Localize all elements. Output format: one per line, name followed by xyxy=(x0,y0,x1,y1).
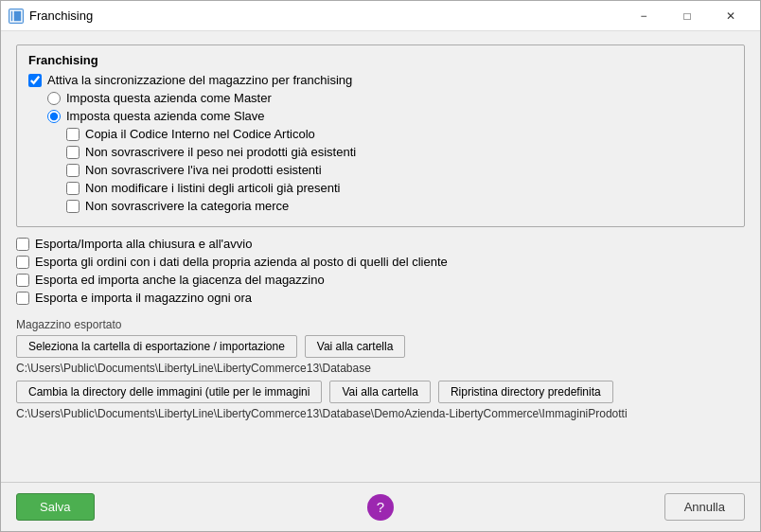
slave-label[interactable]: Imposta questa azienda come Slave xyxy=(66,109,265,123)
option-4-row: Non sovrascrivere la categoria merce xyxy=(66,199,733,213)
option-0-row: Copia il Codice Interno nel Codice Artic… xyxy=(66,127,733,141)
extra-2-label: Esporta ed importa anche la giacenza del… xyxy=(35,273,325,287)
restore-default-button[interactable]: Ripristina directory predefinita xyxy=(438,381,613,403)
image-path: C:\Users\Public\Documents\LibertyLine\Li… xyxy=(16,407,745,420)
image-buttons: Cambia la directory delle immagini (util… xyxy=(16,381,745,403)
option-1-checkbox[interactable] xyxy=(66,146,80,159)
option-2-label: Non sovrascrivere l'iva nei prodotti esi… xyxy=(85,163,322,177)
option-3-label: Non modificare i listini degli articoli … xyxy=(85,181,341,195)
extra-2-checkbox[interactable] xyxy=(16,274,29,287)
go-to-folder-button-1[interactable]: Vai alla cartella xyxy=(305,335,405,358)
extra-1-label: Esporta gli ordini con i dati della prop… xyxy=(35,255,448,269)
extra-3-checkbox[interactable] xyxy=(16,292,29,305)
window-title: Franchising xyxy=(29,9,622,23)
slave-row: Imposta questa azienda come Slave xyxy=(47,109,733,123)
option-2-checkbox[interactable] xyxy=(66,164,80,177)
footer: Salva ? Annulla xyxy=(1,482,760,531)
extra-0-label: Esporta/Importa alla chiusura e all'avvi… xyxy=(35,237,252,251)
extra-0-row: Esporta/Importa alla chiusura e all'avvi… xyxy=(16,237,745,251)
help-button[interactable]: ? xyxy=(367,494,394,521)
select-folder-button[interactable]: Seleziona la cartella di esportazione / … xyxy=(16,335,297,358)
extra-3-label: Esporta e importa il magazzino ogni ora xyxy=(35,291,252,305)
cancel-button[interactable]: Annulla xyxy=(664,493,745,521)
main-window: Franchising − □ ✕ Franchising Attiva la … xyxy=(0,0,761,532)
group-title: Franchising xyxy=(28,53,733,67)
option-3-checkbox[interactable] xyxy=(66,182,80,195)
minimize-button[interactable]: − xyxy=(622,1,665,31)
slave-radio[interactable] xyxy=(47,110,61,123)
maximize-button[interactable]: □ xyxy=(665,1,709,31)
export-section: Magazzino esportato Seleziona la cartell… xyxy=(16,312,745,426)
folder-buttons: Seleziona la cartella di esportazione / … xyxy=(16,335,745,358)
extra-1-checkbox[interactable] xyxy=(16,256,29,269)
option-0-checkbox[interactable] xyxy=(66,128,80,141)
option-0-label: Copia il Codice Interno nel Codice Artic… xyxy=(85,127,315,141)
sync-checkbox[interactable] xyxy=(28,74,42,87)
go-to-folder-button-2[interactable]: Vai alla cartella xyxy=(329,381,430,403)
master-label[interactable]: Imposta questa azienda come Master xyxy=(66,91,272,105)
change-dir-button[interactable]: Cambia la directory delle immagini (util… xyxy=(16,381,322,403)
export-path: C:\Users\Public\Documents\LibertyLine\Li… xyxy=(16,362,745,375)
master-row: Imposta questa azienda come Master xyxy=(47,91,733,105)
export-section-label: Magazzino esportato xyxy=(16,318,745,331)
extra-0-checkbox[interactable] xyxy=(16,238,29,251)
app-icon xyxy=(9,9,24,24)
option-4-checkbox[interactable] xyxy=(66,200,80,213)
sync-row: Attiva la sincronizzazione del magazzino… xyxy=(28,73,733,87)
window-controls: − □ ✕ xyxy=(622,1,752,31)
main-content: Franchising Attiva la sincronizzazione d… xyxy=(1,31,760,482)
option-4-label: Non sovrascrivere la categoria merce xyxy=(85,199,289,213)
franchising-group: Franchising Attiva la sincronizzazione d… xyxy=(16,44,745,227)
master-radio[interactable] xyxy=(47,92,61,105)
save-button[interactable]: Salva xyxy=(16,493,95,521)
extra-1-row: Esporta gli ordini con i dati della prop… xyxy=(16,255,745,269)
sync-label[interactable]: Attiva la sincronizzazione del magazzino… xyxy=(47,73,352,87)
option-3-row: Non modificare i listini degli articoli … xyxy=(66,181,733,195)
option-1-row: Non sovrascrivere il peso nei prodotti g… xyxy=(66,145,733,159)
close-button[interactable]: ✕ xyxy=(709,1,752,31)
extra-2-row: Esporta ed importa anche la giacenza del… xyxy=(16,273,745,287)
svg-rect-0 xyxy=(10,10,22,22)
option-2-row: Non sovrascrivere l'iva nei prodotti esi… xyxy=(66,163,733,177)
title-bar: Franchising − □ ✕ xyxy=(1,1,760,31)
extra-3-row: Esporta e importa il magazzino ogni ora xyxy=(16,291,745,305)
option-1-label: Non sovrascrivere il peso nei prodotti g… xyxy=(85,145,356,159)
